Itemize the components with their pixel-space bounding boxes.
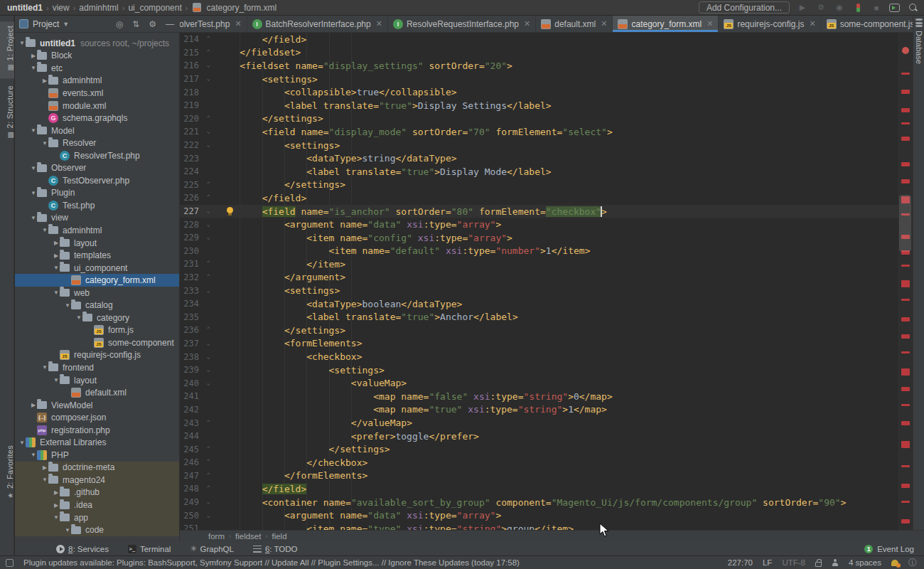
code-line-221[interactable]: 221⌄ <field name="display_mode" sortOrde…	[180, 125, 898, 139]
tree-expanded-arrow[interactable]: ▼	[75, 314, 82, 321]
status-message[interactable]: Plugin updates available: Plugins: BashS…	[23, 558, 520, 567]
tree-expanded-arrow[interactable]: ▼	[53, 265, 60, 271]
tree-item-events.xml[interactable]: events.xml	[15, 87, 179, 100]
error-mark[interactable]	[901, 441, 910, 448]
tree-item-resolver[interactable]: ▼Resolver	[15, 137, 179, 149]
fold-start-icon[interactable]: ⌄	[202, 353, 210, 360]
tree-item-adminhtml[interactable]: ▼adminhtml	[15, 224, 179, 237]
code-line-219[interactable]: 219 <label translate="true">Display Sett…	[180, 99, 898, 112]
tree-item-module.xml[interactable]: module.xml	[15, 100, 179, 112]
tree-item-adminhtml[interactable]: ▶adminhtml	[15, 75, 179, 87]
tree-item-frontend[interactable]: ▼frontend	[15, 361, 179, 374]
error-mark[interactable]	[901, 519, 910, 523]
tree-item-layout[interactable]: ▶layout	[15, 237, 179, 250]
tree-collapsed-arrow[interactable]: ▶	[30, 53, 37, 59]
code-line-249[interactable]: 249⌄ <container name="available_sort_by_…	[180, 496, 898, 509]
code-line-214[interactable]: 214⌃ </field>	[180, 33, 898, 46]
tree-item-code[interactable]: ▼code	[15, 523, 179, 536]
error-mark[interactable]	[901, 280, 910, 287]
error-mark[interactable]	[901, 351, 910, 353]
tree-expanded-arrow[interactable]: ▼	[64, 527, 71, 533]
tree-item-form.js[interactable]: form.js	[15, 324, 179, 337]
code-line-250[interactable]: 250⌄ <argument name="data" xsi:type="arr…	[180, 509, 898, 522]
add-configuration-button[interactable]: Add Configuration...	[699, 1, 790, 14]
code-line-239[interactable]: 239⌄ <settings>	[180, 363, 898, 377]
tree-expanded-arrow[interactable]: ▼	[18, 440, 26, 446]
tree-item-schema.graphqls[interactable]: Gschema.graphqls	[15, 112, 179, 124]
error-mark[interactable]	[901, 122, 910, 124]
tool-button-structure[interactable]: ▩2: Structure	[0, 81, 14, 146]
tree-item-app[interactable]: ▼app	[15, 511, 179, 524]
fold-start-icon[interactable]: ⌄	[202, 339, 210, 346]
tree-item-catalog[interactable]: ▼catalog	[15, 299, 179, 312]
error-mark[interactable]	[901, 90, 910, 94]
tree-expanded-arrow[interactable]: ▼	[64, 302, 71, 309]
fold-start-icon[interactable]: ⌄	[202, 287, 210, 294]
code-line-245[interactable]: 245⌃ </settings>	[180, 442, 898, 456]
debug-icon[interactable]: ⚙	[815, 2, 827, 14]
fold-start-icon[interactable]: ⌄	[202, 61, 210, 68]
fold-end-icon[interactable]: ⌃	[202, 484, 210, 491]
file-encoding[interactable]: UTF-8	[782, 558, 805, 567]
fold-end-icon[interactable]: ⌃	[202, 273, 210, 280]
fold-end-icon[interactable]: ⌃	[202, 35, 210, 42]
code-line-217[interactable]: 217⌄ <settings>	[180, 73, 898, 86]
fold-start-icon[interactable]: ⌄	[202, 220, 210, 228]
plugin-icon[interactable]	[6, 559, 14, 567]
tree-collapsed-arrow[interactable]: ▶	[41, 464, 48, 471]
error-mark[interactable]	[901, 404, 910, 406]
indent-setting[interactable]: 4 spaces	[849, 558, 881, 567]
tree-expanded-arrow[interactable]: ▼	[41, 227, 48, 233]
locate-icon[interactable]: ◎	[116, 19, 123, 29]
editor-tab[interactable]: some-component.js✕	[822, 16, 924, 32]
tree-expanded-arrow[interactable]: ▼	[53, 289, 60, 296]
tree-item-category[interactable]: ▼category	[15, 312, 179, 324]
tree-item-etc[interactable]: ▼etc	[15, 62, 179, 75]
tree-item-layout[interactable]: ▼layout	[15, 374, 179, 387]
tool-button-project[interactable]: ▦1: Project	[0, 21, 14, 78]
vcs-status-icon[interactable]	[852, 2, 864, 14]
code-line-244[interactable]: 244 <prefer>toggle</prefer>	[180, 430, 898, 443]
tree-expanded-arrow[interactable]: ▼	[30, 215, 37, 221]
tool-button-todo[interactable]: 6: TODO	[253, 545, 298, 553]
error-stripe[interactable]	[898, 33, 913, 542]
code-editor[interactable]: 214⌃ </field>215⌃ </fieldset>216⌄ <field…	[180, 33, 898, 530]
error-mark[interactable]	[901, 387, 910, 391]
error-mark[interactable]	[901, 179, 910, 184]
tool-button-graphql[interactable]: ✳GraphQL	[190, 544, 234, 553]
error-mark[interactable]	[901, 334, 910, 339]
tree-item-test.php[interactable]: CTest.php	[15, 199, 179, 212]
close-icon[interactable]: ✕	[524, 19, 530, 28]
tree-item-observer[interactable]: ▼Observer	[15, 161, 179, 174]
tree-item-ui_component[interactable]: ▼ui_component	[15, 262, 179, 275]
error-mark[interactable]	[901, 501, 910, 503]
tree-item-viewmodel[interactable]: ▶ViewModel	[15, 399, 179, 412]
fold-start-icon[interactable]: ⌄	[202, 127, 210, 134]
editor-tab[interactable]: category_form.xml✕	[613, 16, 719, 32]
fold-end-icon[interactable]: ⌃	[202, 472, 210, 479]
fold-end-icon[interactable]: ⌃	[202, 115, 210, 122]
fold-start-icon[interactable]: ⌄	[202, 141, 210, 148]
tree-item-model[interactable]: ▼Model	[15, 124, 179, 137]
tree-item-view[interactable]: ▼view	[15, 212, 179, 225]
fold-end-icon[interactable]: ⌃	[202, 181, 210, 188]
project-panel-title[interactable]: Project	[33, 19, 59, 29]
code-line-232[interactable]: 232⌃ </argument>	[180, 271, 898, 284]
code-line-238[interactable]: 238⌄ <checkbox>	[180, 350, 898, 363]
fold-end-icon[interactable]: ⌃	[202, 193, 210, 201]
breadcrumb-item-fieldset[interactable]: fieldset	[235, 532, 261, 541]
editor-tab[interactable]: solverTest.php✕	[180, 16, 247, 32]
fold-start-icon[interactable]: ⌄	[202, 511, 210, 519]
tree-expanded-arrow[interactable]: ▼	[30, 127, 37, 134]
tree-expanded-arrow[interactable]: ▼	[30, 165, 37, 171]
close-icon[interactable]: ✕	[235, 19, 241, 28]
error-mark[interactable]	[901, 137, 910, 141]
editor-tab[interactable]: IResolveRequestInterface.php✕	[388, 16, 536, 32]
breadcrumb-file[interactable]: category_form.xml	[206, 3, 276, 13]
code-line-230[interactable]: 230 <item name="default" xsi:type="numbe…	[180, 245, 898, 258]
close-icon[interactable]: ✕	[376, 19, 382, 28]
tree-item-some-component[interactable]: some-component	[15, 336, 179, 349]
code-line-227[interactable]: 227⌄ <field name="is_anchor" sortOrder="…	[180, 205, 898, 218]
error-mark[interactable]	[901, 368, 910, 376]
breadcrumb-item[interactable]: untitled1	[7, 3, 43, 13]
